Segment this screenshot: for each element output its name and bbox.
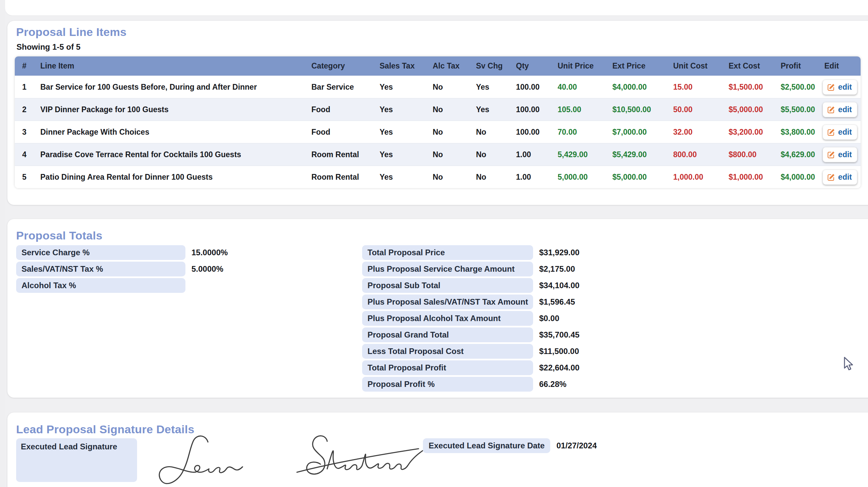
cell-unit-price: 5,429.00 [554,143,608,166]
totals-label: Plus Proposal Alcohol Tax Amount [362,311,533,326]
mouse-cursor [843,357,855,371]
cell-category: Food [307,121,376,143]
cell-edit: edit [820,121,861,143]
edit-pencil-icon [827,151,835,159]
totals-row: Proposal Sub Total$34,104.00 [362,278,580,293]
totals-value: $34,104.00 [539,281,580,290]
totals-label: Proposal Grand Total [362,327,533,342]
cell-line-item: Paradise Cove Terrace Rental for Cocktai… [36,143,307,166]
cell-profit: $4,000.00 [777,166,820,188]
cell-alc-tax: No [429,98,472,121]
column-header-sales-tax: Sales Tax [376,57,429,76]
cell-num: 4 [15,143,36,166]
cell-line-item: Bar Service for 100 Guests Before, Durin… [36,76,307,98]
cell-qty: 1.00 [512,166,554,188]
cell-alc-tax: No [429,166,472,188]
executed-lead-signature-date-value: 01/27/2024 [556,441,597,450]
cell-alc-tax: No [429,76,472,98]
signature-card: Lead Proposal Signature Details Executed… [7,413,868,487]
table-row: 5Patio Dining Area Rental for Dinner 100… [15,166,861,188]
edit-pencil-icon [827,106,835,113]
edit-button[interactable]: edit [823,170,857,185]
cell-category: Room Rental [307,143,376,166]
column-header-unit-price: Unit Price [554,57,608,76]
edit-button-label: edit [838,128,852,137]
totals-value: 66.28% [539,380,566,389]
totals-title: Proposal Totals [16,229,102,242]
totals-label: Less Total Proposal Cost [362,344,533,359]
cell-unit-price: 40.00 [554,76,608,98]
cell-edit: edit [820,98,861,121]
column-header-profit: Profit [777,57,820,76]
totals-value: $0.00 [539,314,559,323]
cell-qty: 100.00 [512,121,554,143]
edit-button-label: edit [838,150,852,159]
line-items-card: Proposal Line Items Showing 1-5 of 5 #Li… [7,21,868,205]
totals-label: Plus Proposal Service Charge Amount [362,262,533,277]
cell-ext-price: $5,429.00 [608,143,669,166]
cell-sales-tax: Yes [376,76,429,98]
cell-edit: edit [820,76,861,98]
cell-profit: $2,500.00 [777,76,820,98]
cell-qty: 1.00 [512,143,554,166]
totals-label: Total Proposal Profit [362,360,533,375]
cell-unit-cost: 800.00 [669,143,724,166]
executed-lead-signature-label: Executed Lead Signature [16,438,137,482]
cell-alc-tax: No [429,143,472,166]
totals-row: Proposal Grand Total$35,700.45 [362,327,580,342]
table-row: 1Bar Service for 100 Guests Before, Duri… [15,76,861,98]
cell-unit-price: 70.00 [554,121,608,143]
cell-sales-tax: Yes [376,143,429,166]
edit-button-label: edit [838,173,852,182]
cell-num: 2 [15,98,36,121]
cell-num: 3 [15,121,36,143]
column-header-edit: Edit [820,57,861,76]
totals-row: Plus Proposal Service Charge Amount$2,17… [362,262,580,277]
column-header-line-item: Line Item [36,57,307,76]
totals-value: $22,604.00 [539,363,580,372]
totals-value: 5.0000% [191,264,223,274]
cell-num: 5 [15,166,36,188]
cell-category: Food [307,98,376,121]
cell-num: 1 [15,76,36,98]
cell-line-item: Dinner Package With Choices [36,121,307,143]
totals-label: Total Proposal Price [362,245,533,260]
cell-ext-cost: $3,200.00 [724,121,777,143]
totals-row: Sales/VAT/NST Tax %5.0000% [16,262,228,277]
totals-label: Service Charge % [16,245,185,260]
cell-unit-cost: 15.00 [669,76,724,98]
totals-row: Plus Proposal Alcohol Tax Amount$0.00 [362,311,580,326]
cell-unit-price: 5,000.00 [554,166,608,188]
cell-profit: $5,500.00 [777,98,820,121]
totals-card: Proposal Totals Service Charge %15.0000%… [7,219,868,398]
column-header-sv-chg: Sv Chg [472,57,512,76]
cell-unit-cost: 1,000.00 [669,166,724,188]
cell-unit-price: 105.00 [554,98,608,121]
totals-label: Proposal Sub Total [362,278,533,293]
edit-button[interactable]: edit [823,147,857,162]
column-header--: # [15,57,36,76]
cell-qty: 100.00 [512,98,554,121]
edit-button[interactable]: edit [823,79,857,95]
edit-button[interactable]: edit [823,125,857,140]
cell-sv-chg: No [472,121,512,143]
cell-ext-cost: $5,000.00 [724,98,777,121]
totals-row: Total Proposal Profit$22,604.00 [362,360,580,375]
totals-value: $2,175.00 [539,264,575,274]
line-items-title: Proposal Line Items [16,26,127,39]
totals-value: 15.0000% [191,248,228,257]
cell-category: Room Rental [307,166,376,188]
totals-row: Alcohol Tax % [16,278,228,293]
table-row: 3Dinner Package With ChoicesFoodYesNoNo1… [15,121,861,143]
totals-label: Sales/VAT/NST Tax % [16,262,185,277]
cell-ext-price: $4,000.00 [608,76,669,98]
totals-left-column: Service Charge %15.0000%Sales/VAT/NST Ta… [16,245,228,295]
edit-button[interactable]: edit [823,102,857,117]
totals-row: Proposal Profit %66.28% [362,377,580,392]
edit-pencil-icon [827,83,835,91]
edit-pencil-icon [827,128,835,136]
totals-row: Plus Proposal Sales/VAT/NST Tax Amount$1… [362,295,580,309]
cell-line-item: VIP Dinner Package for 100 Guests [36,98,307,121]
signature-date-row: Executed Lead Signature Date 01/27/2024 [423,438,597,453]
showing-count-text: Showing 1-5 of 5 [17,42,81,52]
